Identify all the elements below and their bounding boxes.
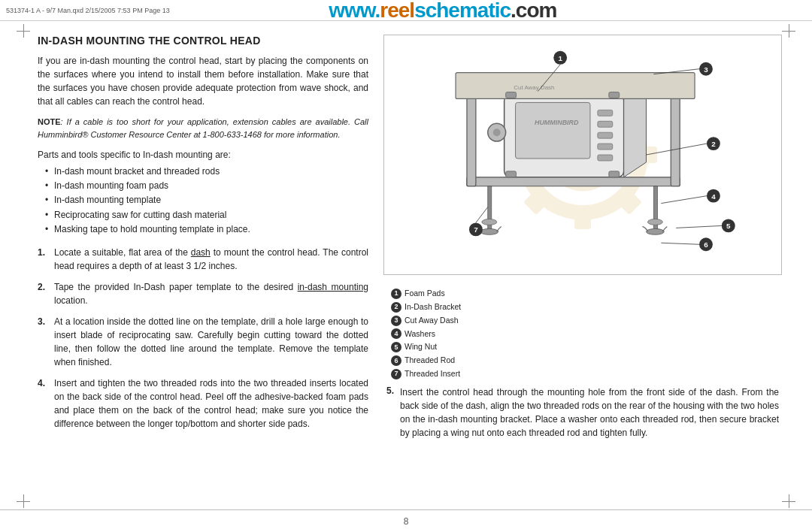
legend: 1 Foam Pads 2 In-Dash Bracket 3 Cut Away… <box>383 283 468 385</box>
svg-text:1: 1 <box>558 54 562 62</box>
svg-line-51 <box>676 225 722 228</box>
legend-item-7: 7 Threaded Insert <box>391 367 461 381</box>
legend-label-2: In-Dash Bracket <box>404 301 461 314</box>
svg-rect-27 <box>506 92 517 98</box>
step-2: 2. Tape the provided In-Dash paper templ… <box>38 280 368 307</box>
step-4: 4. Insert and tighten the two threaded r… <box>38 376 368 431</box>
svg-text:HUMMINBIRD: HUMMINBIRD <box>535 119 579 126</box>
svg-rect-25 <box>456 73 695 99</box>
svg-rect-19 <box>598 132 613 138</box>
svg-rect-30 <box>609 171 620 177</box>
legend-item-1: 1 Foam Pads <box>391 287 461 301</box>
svg-rect-29 <box>506 171 517 177</box>
svg-rect-20 <box>598 144 613 150</box>
page-footer: 8 <box>0 509 812 532</box>
bullet-item: Masking tape to hold mounting template i… <box>45 222 368 237</box>
legend-item-6: 6 Threaded Rod <box>391 354 461 367</box>
crosshair-topright <box>782 24 795 38</box>
svg-rect-24 <box>671 95 680 186</box>
legend-label-4: Washers <box>404 328 435 341</box>
svg-text:6: 6 <box>704 240 708 249</box>
svg-rect-23 <box>467 95 476 186</box>
svg-rect-22 <box>467 177 680 186</box>
intro-paragraph: If you are in-dash mounting the control … <box>38 54 368 108</box>
legend-label-3: Cut Away Dash <box>404 314 459 328</box>
step-5-text: Insert the control head through the moun… <box>400 385 779 440</box>
bullet-item: Reciprocating saw for cutting dash mater… <box>45 208 368 222</box>
left-column: IN-DASH MOUNTING THE CONTROL HEAD If you… <box>38 35 368 502</box>
legend-item-4: 4 Washers <box>391 328 461 341</box>
diagram-svg: HUMMINBIRD C <box>384 35 781 274</box>
crosshair-bottomleft <box>17 494 30 508</box>
page-number: 8 <box>404 516 409 527</box>
header-meta: 531374-1 A - 9/7 Man.qxd 2/15/2005 7:53 … <box>6 7 170 14</box>
steps-list: 1. Locate a suitable, flat area of the d… <box>38 246 368 431</box>
note-text: : If a cable is too short for your appli… <box>38 117 368 139</box>
svg-rect-18 <box>598 121 613 127</box>
step-5-num: 5. <box>386 385 394 440</box>
svg-point-34 <box>647 219 662 225</box>
note-paragraph: NOTE: If a cable is too short for your a… <box>38 116 368 141</box>
svg-line-48 <box>661 196 707 204</box>
svg-rect-17 <box>598 110 613 116</box>
svg-point-16 <box>493 128 501 136</box>
legend-item-2: 2 In-Dash Bracket <box>391 301 461 314</box>
parts-intro: Parts and tools specific to In-dash moun… <box>38 150 368 160</box>
svg-text:5: 5 <box>726 222 731 230</box>
legend-label-6: Threaded Rod <box>404 354 455 367</box>
svg-text:Cut Away Dash: Cut Away Dash <box>514 84 554 91</box>
bullet-item: In-dash mounting foam pads <box>45 179 368 193</box>
legend-item-5: 5 Wing Nut <box>391 340 461 354</box>
site-logo[interactable]: www.reelschematic.com <box>329 0 556 21</box>
step-3: 3. At a location inside the dotted line … <box>38 315 368 369</box>
bullet-item: In-dash mounting template <box>45 193 368 207</box>
crosshair-topleft <box>17 24 30 38</box>
svg-rect-28 <box>609 92 620 98</box>
crosshair-bottomright <box>782 494 795 508</box>
section-title: IN-DASH MOUNTING THE CONTROL HEAD <box>38 35 368 47</box>
legend-label-1: Foam Pads <box>404 287 445 301</box>
svg-point-35 <box>480 228 498 234</box>
svg-point-36 <box>646 228 664 234</box>
page-content: IN-DASH MOUNTING THE CONTROL HEAD If you… <box>0 21 812 509</box>
step-5-container: 5. Insert the control head through the m… <box>383 385 782 440</box>
legend-label-7: Threaded Insert <box>404 367 460 381</box>
note-label: NOTE <box>38 117 61 126</box>
bullet-item: In-dash mount bracket and threaded rods <box>45 165 368 179</box>
legend-label-5: Wing Nut <box>404 340 437 354</box>
svg-point-33 <box>482 219 497 225</box>
svg-text:4: 4 <box>711 192 716 201</box>
svg-text:3: 3 <box>704 65 708 74</box>
svg-text:2: 2 <box>711 140 716 148</box>
svg-line-54 <box>661 243 699 244</box>
svg-text:7: 7 <box>474 225 478 234</box>
legend-item-3: 3 Cut Away Dash <box>391 314 461 328</box>
bullet-list: In-dash mount bracket and threaded rods … <box>38 165 368 237</box>
right-column: HUMMINBIRD C <box>383 35 782 502</box>
step-1: 1. Locate a suitable, flat area of the d… <box>38 246 368 273</box>
header-bar: 531374-1 A - 9/7 Man.qxd 2/15/2005 7:53 … <box>0 0 812 21</box>
diagram-container: HUMMINBIRD C <box>383 35 782 275</box>
svg-rect-11 <box>516 102 590 159</box>
svg-rect-21 <box>598 155 613 161</box>
